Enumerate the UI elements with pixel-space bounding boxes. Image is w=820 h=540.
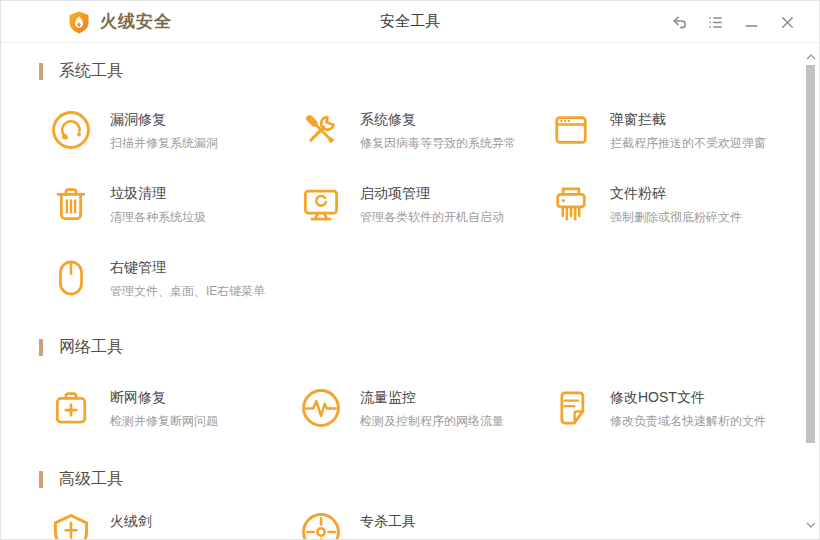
tool-desc: 管理各类软件的开机自启动 [360, 210, 504, 224]
vulnerability-fix-icon [49, 108, 93, 152]
tool-host-file[interactable]: 修改HOST文件修改负责域名快速解析的文件 [549, 386, 799, 430]
tool-title: 漏洞修复 [110, 111, 218, 128]
tools-grid: 火绒剑专杀工具 [1, 510, 819, 540]
tool-title: 流量监控 [360, 389, 504, 406]
scroll-down-button[interactable] [804, 519, 817, 531]
tool-title: 启动项管理 [360, 185, 504, 202]
huorong-sword-icon [49, 510, 93, 540]
trash-clean-icon [49, 182, 93, 226]
tool-context-menu[interactable]: 右键管理管理文件、桌面、IE右键菜单 [49, 256, 299, 300]
tool-huorong-sword[interactable]: 火绒剑 [49, 510, 299, 540]
tool-title: 专杀工具 [360, 513, 416, 530]
tool-text: 右键管理管理文件、桌面、IE右键菜单 [110, 259, 265, 298]
special-kill-icon [299, 510, 343, 540]
tools-grid: 断网修复检测并修复断网问题流量监控检测及控制程序的网络流量修改HOST文件修改负… [1, 386, 819, 430]
tool-desc: 修改负责域名快速解析的文件 [610, 414, 766, 428]
tool-title: 火绒剑 [110, 513, 152, 530]
tool-desc: 强制删除或彻底粉碎文件 [610, 210, 742, 224]
network-repair-icon [49, 386, 93, 430]
tool-desc: 拦截程序推送的不受欢迎弹窗 [610, 136, 766, 150]
tool-system-repair[interactable]: 系统修复修复因病毒等导致的系统异常 [299, 108, 549, 152]
section-title: 高级工具 [59, 469, 123, 490]
scrollbar [802, 43, 819, 539]
tool-title: 系统修复 [360, 111, 516, 128]
tool-text: 流量监控检测及控制程序的网络流量 [360, 389, 504, 428]
tool-title: 垃圾清理 [110, 185, 206, 202]
app-logo: 火绒安全 [67, 10, 172, 34]
tool-desc: 清理各种系统垃圾 [110, 210, 206, 224]
section-accent-bar [39, 471, 43, 488]
app-name: 火绒安全 [100, 10, 172, 33]
tool-text: 文件粉碎强制删除或彻底粉碎文件 [610, 185, 742, 224]
tool-desc: 检测及控制程序的网络流量 [360, 414, 504, 428]
menu-list-icon[interactable] [697, 1, 733, 43]
section-title: 网络工具 [59, 337, 123, 358]
host-file-icon [549, 386, 593, 430]
tool-startup-manager[interactable]: 启动项管理管理各类软件的开机自启动 [299, 182, 549, 226]
window-controls [661, 1, 805, 43]
section-header: 网络工具 [39, 338, 819, 356]
tool-text: 弹窗拦截拦截程序推送的不受欢迎弹窗 [610, 111, 766, 150]
tool-special-kill[interactable]: 专杀工具 [299, 510, 549, 540]
minimize-icon[interactable] [733, 1, 769, 43]
tool-file-shredder[interactable]: 文件粉碎强制删除或彻底粉碎文件 [549, 182, 799, 226]
scroll-up-button[interactable] [804, 51, 817, 63]
main-content: 系统工具漏洞修复扫描并修复系统漏洞系统修复修复因病毒等导致的系统异常弹窗拦截拦截… [1, 62, 819, 540]
tool-text: 垃圾清理清理各种系统垃圾 [110, 185, 206, 224]
tool-network-repair[interactable]: 断网修复检测并修复断网问题 [49, 386, 299, 430]
back-arrow-icon[interactable] [661, 1, 697, 43]
tool-desc: 管理文件、桌面、IE右键菜单 [110, 284, 265, 298]
flame-shield-logo-icon [67, 10, 91, 34]
startup-manager-icon [299, 182, 343, 226]
tool-text: 修改HOST文件修改负责域名快速解析的文件 [610, 389, 766, 428]
tool-desc: 修复因病毒等导致的系统异常 [360, 136, 516, 150]
titlebar: 火绒安全 安全工具 [1, 1, 819, 43]
tool-title: 弹窗拦截 [610, 111, 766, 128]
tool-text: 系统修复修复因病毒等导致的系统异常 [360, 111, 516, 150]
tool-popup-block[interactable]: 弹窗拦截拦截程序推送的不受欢迎弹窗 [549, 108, 799, 152]
tool-text: 启动项管理管理各类软件的开机自启动 [360, 185, 504, 224]
popup-block-icon [549, 108, 593, 152]
tool-title: 修改HOST文件 [610, 389, 766, 406]
section-accent-bar [39, 63, 43, 80]
section-header: 高级工具 [39, 470, 819, 488]
tool-text: 漏洞修复扫描并修复系统漏洞 [110, 111, 218, 150]
tool-text: 断网修复检测并修复断网问题 [110, 389, 218, 428]
section-title: 系统工具 [59, 61, 123, 82]
tool-desc: 扫描并修复系统漏洞 [110, 136, 218, 150]
tool-title: 文件粉碎 [610, 185, 742, 202]
tool-text: 火绒剑 [110, 513, 152, 530]
tool-desc: 检测并修复断网问题 [110, 414, 218, 428]
section-accent-bar [39, 339, 43, 356]
tool-vulnerability-fix[interactable]: 漏洞修复扫描并修复系统漏洞 [49, 108, 299, 152]
tool-title: 断网修复 [110, 389, 218, 406]
tool-trash-clean[interactable]: 垃圾清理清理各种系统垃圾 [49, 182, 299, 226]
context-menu-icon [49, 256, 93, 300]
tool-text: 专杀工具 [360, 513, 416, 530]
system-repair-icon [299, 108, 343, 152]
tools-grid: 漏洞修复扫描并修复系统漏洞系统修复修复因病毒等导致的系统异常弹窗拦截拦截程序推送… [1, 108, 819, 300]
close-icon[interactable] [769, 1, 805, 43]
traffic-monitor-icon [299, 386, 343, 430]
scrollbar-thumb[interactable] [806, 65, 815, 443]
tool-traffic-monitor[interactable]: 流量监控检测及控制程序的网络流量 [299, 386, 549, 430]
file-shredder-icon [549, 182, 593, 226]
tool-title: 右键管理 [110, 259, 265, 276]
section-header: 系统工具 [39, 62, 819, 80]
